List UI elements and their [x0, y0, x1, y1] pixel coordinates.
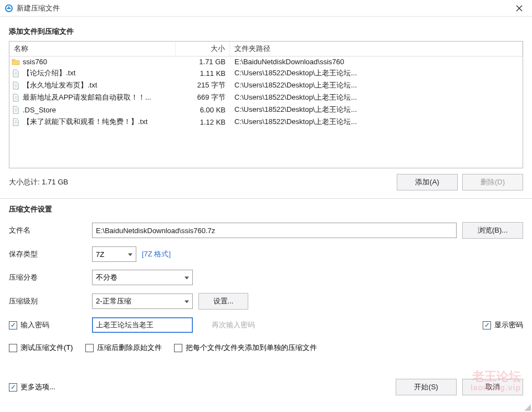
col-name[interactable]: 名称	[9, 42, 176, 56]
checkbox-icon	[174, 344, 182, 352]
checkbox-icon	[483, 321, 491, 329]
show-password-label: 显示密码	[494, 320, 523, 330]
window-title: 新建压缩文件	[17, 3, 511, 13]
file-name: 【来了就能下载和观看！纯免费！】.txt	[22, 117, 176, 127]
file-size: 1.71 GB	[176, 58, 230, 66]
table-row[interactable]: 最新地址及APP请发邮箱自动获取！！...669 字节C:\Users\1852…	[9, 91, 523, 104]
password-input[interactable]	[92, 317, 193, 333]
file-size: 1.11 KB	[176, 69, 230, 78]
file-path: C:\Users\18522\Desktop\上老王论坛...	[230, 92, 523, 102]
cancel-button[interactable]: 取消	[462, 379, 523, 395]
remove-button: 删除(D)	[462, 174, 523, 190]
save-type-select[interactable]: 7Z	[92, 246, 136, 262]
col-path[interactable]: 文件夹路径	[230, 42, 523, 56]
enter-password-label: 输入密码	[21, 320, 49, 330]
total-size-label: 大小总计: 1.71 GB	[9, 177, 392, 187]
filename-input[interactable]	[92, 223, 457, 238]
file-icon	[9, 118, 22, 126]
save-type-value: 7Z	[96, 250, 104, 259]
file-path: C:\Users\18522\Desktop\上老王论坛...	[230, 105, 523, 115]
file-name: 【论坛介绍】.txt	[22, 68, 176, 78]
checkbox-icon	[85, 344, 94, 352]
split-label: 压缩分卷	[9, 272, 86, 282]
table-row[interactable]: ssis7601.71 GBE:\BaiduNetdiskDownload\ss…	[9, 56, 523, 67]
file-name: ssis760	[22, 58, 176, 66]
file-icon	[9, 106, 22, 114]
file-size: 1.12 KB	[176, 118, 230, 126]
delete-after-checkbox[interactable]: 压缩后删除原始文件	[85, 343, 162, 353]
file-icon	[9, 81, 22, 90]
titlebar: 新建压缩文件	[0, 0, 532, 17]
file-icon	[9, 94, 22, 102]
folder-icon	[9, 58, 22, 65]
file-list-header: 名称 大小 文件夹路径	[9, 42, 523, 56]
browse-button[interactable]: 浏览(B)...	[462, 222, 523, 239]
each-separate-checkbox[interactable]: 把每个文件/文件夹添加到单独的压缩文件	[174, 343, 318, 353]
table-row[interactable]: 【永久地址发布页】.txt215 字节C:\Users\18522\Deskto…	[9, 79, 523, 91]
level-select[interactable]: 2-正常压缩	[92, 293, 193, 309]
file-name: .DS_Store	[22, 106, 176, 114]
file-name: 【永久地址发布页】.txt	[22, 80, 176, 90]
app-icon	[4, 4, 13, 13]
split-select[interactable]: 不分卷	[92, 270, 193, 285]
file-name: 最新地址及APP请发邮箱自动获取！！...	[22, 92, 176, 102]
file-size: 669 字节	[176, 92, 230, 102]
config-button[interactable]: 设置...	[198, 293, 248, 310]
level-label: 压缩级别	[9, 296, 86, 306]
add-button[interactable]: 添加(A)	[397, 174, 458, 190]
more-options-label: 更多选项...	[21, 382, 55, 392]
delete-after-label: 压缩后删除原始文件	[97, 343, 162, 353]
file-list[interactable]: 名称 大小 文件夹路径 ssis7601.71 GBE:\BaiduNetdis…	[9, 41, 523, 168]
resize-grip[interactable]	[524, 404, 531, 411]
bottom-bar: 更多选项... 开始(S) 取消	[0, 373, 532, 401]
reenter-password-input[interactable]: 再次输入密码	[198, 320, 299, 330]
file-size: 215 字节	[176, 80, 230, 90]
col-size[interactable]: 大小	[176, 42, 230, 56]
divider	[0, 198, 532, 199]
start-button[interactable]: 开始(S)	[396, 379, 457, 395]
checkbox-icon	[9, 321, 17, 329]
show-password-checkbox[interactable]: 显示密码	[483, 320, 523, 330]
checkbox-icon	[9, 344, 17, 352]
test-archive-checkbox[interactable]: 测试压缩文件(T)	[9, 343, 73, 353]
format-link[interactable]: [7Z 格式]	[142, 249, 171, 259]
settings-heading: 压缩文件设置	[9, 204, 523, 214]
close-icon	[516, 5, 523, 12]
each-separate-label: 把每个文件/文件夹添加到单独的压缩文件	[186, 343, 318, 353]
file-icon	[9, 69, 22, 78]
file-path: C:\Users\18522\Desktop\上老王论坛...	[230, 117, 523, 127]
close-button[interactable]	[511, 0, 528, 17]
enter-password-checkbox[interactable]: 输入密码	[9, 320, 49, 330]
svg-rect-5	[12, 59, 15, 60]
more-options-checkbox[interactable]: 更多选项...	[9, 382, 55, 392]
filename-label: 文件名	[9, 225, 86, 235]
file-size: 6.00 KB	[176, 106, 230, 114]
table-row[interactable]: .DS_Store6.00 KBC:\Users\18522\Desktop\上…	[9, 104, 523, 116]
test-archive-label: 测试压缩文件(T)	[21, 343, 73, 353]
save-type-label: 保存类型	[9, 249, 86, 259]
table-row[interactable]: 【论坛介绍】.txt1.11 KBC:\Users\18522\Desktop\…	[9, 67, 523, 79]
add-files-heading: 添加文件到压缩文件	[9, 27, 523, 37]
checkbox-icon	[9, 383, 17, 392]
level-value: 2-正常压缩	[96, 296, 131, 306]
table-row[interactable]: 【来了就能下载和观看！纯免费！】.txt1.12 KBC:\Users\1852…	[9, 116, 523, 128]
file-path: C:\Users\18522\Desktop\上老王论坛...	[230, 68, 523, 78]
file-path: E:\BaiduNetdiskDownload\ssis760	[230, 58, 523, 66]
file-path: C:\Users\18522\Desktop\上老王论坛...	[230, 80, 523, 90]
svg-rect-2	[7, 8, 11, 9]
split-value: 不分卷	[96, 272, 117, 282]
